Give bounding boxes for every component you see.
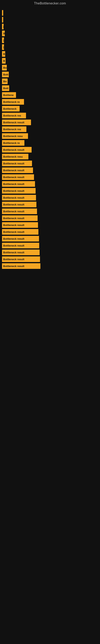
bar-item: Bott — [2, 72, 9, 77]
bar-row: Bo — [2, 65, 98, 70]
bar-label: Bottleneck result — [3, 190, 24, 192]
bar-item: Bottleneck result — [2, 229, 38, 235]
bar-row: Bottleneck result — [2, 202, 98, 207]
bar-row: Bottleneck re — [2, 99, 98, 105]
bar-item: Bottleneck result — [2, 215, 38, 221]
bar-item: Bo — [2, 65, 7, 70]
bar-label: Bo — [3, 66, 7, 69]
bar-row: Bottleneck — [2, 106, 98, 112]
bar-item: Bottleneck res — [2, 126, 26, 132]
bar-label: Bottleneck resu — [3, 135, 23, 138]
bar-row: Bottleneck result — [2, 181, 98, 187]
bar-item: Bottleneck result — [2, 120, 31, 125]
bar-label: Bottleneck result — [3, 121, 24, 124]
bar-item: | — [2, 24, 3, 30]
bar-item: | — [2, 38, 4, 43]
bar-row: Bottleneck result — [2, 263, 98, 269]
bar-label: Bottleneck — [3, 107, 16, 110]
bar-item: B — [2, 30, 5, 36]
bar-item: Bottleneck resu — [2, 133, 28, 139]
bar-label: | — [3, 39, 4, 42]
bar-label: Bottleneck result — [3, 244, 24, 247]
bar-label: Bo — [3, 80, 7, 83]
bar-label: | — [3, 25, 3, 28]
bar-label: Bottleneck result — [3, 196, 24, 199]
bar-label: Bottleneck result — [3, 176, 24, 179]
bar-label: Bottleneck result — [3, 169, 24, 172]
bar-item: | — [2, 17, 3, 22]
bar-label: Bottleneck re — [3, 142, 20, 144]
bar-label: Bottleneck result — [3, 230, 24, 234]
bars-container: |||B||BBBoBottBoBottBottleneBottleneck r… — [0, 6, 100, 272]
bar-item: Bottleneck result — [2, 256, 40, 262]
bar-row: Bottleneck result — [2, 147, 98, 152]
bar-label: B — [3, 59, 5, 62]
bar-item: Bottleneck re — [2, 140, 24, 146]
bar-row: Bottleneck resu — [2, 154, 98, 160]
bar-item: Bott — [2, 85, 9, 91]
bar-row: Bottleneck result — [2, 250, 98, 255]
bar-item: Bottleneck result — [2, 160, 32, 166]
bar-label: Bottleneck re — [3, 100, 20, 104]
bar-item: Bottleneck result — [2, 188, 36, 194]
bar-label: Bottleneck result — [3, 237, 24, 240]
bar-item: | — [2, 10, 3, 16]
bar-label: Bottleneck resu — [3, 155, 23, 158]
bar-row: Bottleneck resu — [2, 133, 98, 139]
bar-item: Bottleneck result — [2, 236, 39, 242]
bar-label: | — [3, 46, 4, 49]
bar-row: Bottleneck result — [2, 195, 98, 200]
bar-label: Bottleneck result — [3, 258, 24, 261]
bar-row: B — [2, 30, 98, 36]
bar-item: Bottleneck resu — [2, 154, 28, 160]
bar-label: B — [3, 52, 5, 56]
bar-row: Bottleneck re — [2, 140, 98, 146]
bar-label: Bott — [3, 87, 8, 90]
bar-row: Bottleneck res — [2, 126, 98, 132]
bar-row: Bottleneck result — [2, 243, 98, 248]
bar-row: | — [2, 38, 98, 43]
bar-row: Bottleneck result — [2, 168, 98, 173]
bar-row: Bottleneck result — [2, 222, 98, 228]
bar-item: Bottleneck result — [2, 147, 32, 152]
bar-item: Bottleneck result — [2, 202, 36, 207]
bar-row: Bottleneck result — [2, 236, 98, 242]
bar-row: | — [2, 17, 98, 22]
bar-label: Bottleneck result — [3, 217, 24, 220]
bar-item: B — [2, 58, 6, 64]
bar-row: B — [2, 58, 98, 64]
bar-row: Bottleneck res — [2, 113, 98, 118]
bar-row: Bottleneck result — [2, 229, 98, 235]
bar-item: Bottleneck result — [2, 181, 35, 187]
bar-row: Bottleneck result — [2, 188, 98, 194]
bar-item: B — [2, 51, 5, 57]
bar-label: Bottleneck result — [3, 148, 24, 151]
bar-row: Bottleneck result — [2, 174, 98, 180]
bar-item: Bottleneck result — [2, 168, 33, 173]
bar-label: Bottleneck result — [3, 251, 24, 254]
bar-row: | — [2, 10, 98, 16]
bar-item: Bottleneck result — [2, 174, 34, 180]
bar-item: | — [2, 44, 4, 50]
bar-row: Bottlene — [2, 92, 98, 98]
bar-row: Bottleneck result — [2, 160, 98, 166]
bar-row: Bottleneck result — [2, 120, 98, 125]
bar-row: Bott — [2, 85, 98, 91]
bar-row: Bo — [2, 78, 98, 84]
bar-label: Bott — [3, 73, 8, 76]
bar-item: Bottleneck result — [2, 208, 37, 214]
bar-label: Bottleneck result — [3, 224, 24, 226]
bar-label: Bottleneck result — [3, 203, 24, 206]
bar-row: Bottleneck result — [2, 256, 98, 262]
bar-item: Bottlene — [2, 92, 16, 98]
bar-item: Bottleneck result — [2, 250, 40, 255]
bar-item: Bo — [2, 78, 8, 84]
bar-item: Bottleneck result — [2, 195, 36, 200]
bar-label: B — [3, 32, 5, 35]
bar-item: Bottleneck result — [2, 263, 40, 269]
bar-label: Bottleneck result — [3, 210, 24, 213]
bar-item: Bottleneck re — [2, 99, 24, 105]
bar-label: Bottleneck result — [3, 162, 24, 165]
bar-item: Bottleneck — [2, 106, 20, 112]
bar-label: Bottleneck result — [3, 182, 24, 186]
